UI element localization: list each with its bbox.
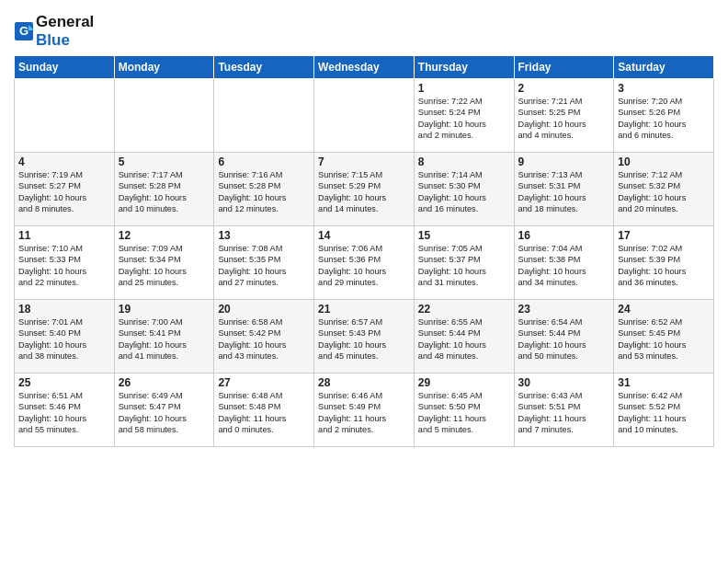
- day-cell-19: 19Sunrise: 7:00 AM Sunset: 5:41 PM Dayli…: [114, 300, 214, 373]
- day-number: 30: [518, 376, 610, 389]
- day-number: 16: [518, 229, 610, 242]
- day-cell-29: 29Sunrise: 6:45 AM Sunset: 5:50 PM Dayli…: [414, 373, 514, 447]
- day-cell-7: 7Sunrise: 7:15 AM Sunset: 5:29 PM Daylig…: [314, 153, 415, 226]
- day-number: 25: [18, 376, 110, 389]
- day-number: 31: [618, 376, 710, 389]
- day-number: 3: [618, 82, 710, 95]
- day-info: Sunrise: 7:09 AM Sunset: 5:34 PM Dayligh…: [119, 243, 210, 289]
- day-info: Sunrise: 7:22 AM Sunset: 5:24 PM Dayligh…: [418, 96, 510, 142]
- day-number: 23: [518, 303, 610, 316]
- header-cell-saturday: Saturday: [614, 56, 714, 79]
- day-number: 2: [518, 82, 610, 95]
- day-cell-15: 15Sunrise: 7:05 AM Sunset: 5:37 PM Dayli…: [414, 226, 514, 300]
- day-number: 5: [119, 155, 210, 168]
- day-info: Sunrise: 7:06 AM Sunset: 5:36 PM Dayligh…: [318, 243, 410, 289]
- header-row: SundayMondayTuesdayWednesdayThursdayFrid…: [15, 56, 714, 79]
- logo-blue: Blue: [36, 31, 70, 49]
- day-cell-23: 23Sunrise: 6:54 AM Sunset: 5:44 PM Dayli…: [514, 300, 614, 373]
- day-info: Sunrise: 7:10 AM Sunset: 5:33 PM Dayligh…: [18, 243, 110, 289]
- day-cell-30: 30Sunrise: 6:43 AM Sunset: 5:51 PM Dayli…: [514, 373, 614, 447]
- day-number: 21: [318, 303, 410, 316]
- day-cell-4: 4Sunrise: 7:19 AM Sunset: 5:27 PM Daylig…: [15, 153, 115, 226]
- day-info: Sunrise: 7:08 AM Sunset: 5:35 PM Dayligh…: [218, 243, 310, 289]
- day-number: 28: [318, 376, 410, 389]
- week-row-2: 4Sunrise: 7:19 AM Sunset: 5:27 PM Daylig…: [15, 153, 714, 226]
- day-info: Sunrise: 6:58 AM Sunset: 5:42 PM Dayligh…: [218, 316, 310, 362]
- day-cell-5: 5Sunrise: 7:17 AM Sunset: 5:28 PM Daylig…: [114, 153, 214, 226]
- day-cell-21: 21Sunrise: 6:57 AM Sunset: 5:43 PM Dayli…: [314, 300, 415, 373]
- day-cell-26: 26Sunrise: 6:49 AM Sunset: 5:47 PM Dayli…: [114, 373, 214, 447]
- logo-icon: G: [14, 21, 34, 41]
- empty-cell: [114, 79, 214, 153]
- svg-text:G: G: [19, 24, 28, 38]
- header-cell-wednesday: Wednesday: [314, 56, 415, 79]
- day-info: Sunrise: 6:54 AM Sunset: 5:44 PM Dayligh…: [518, 316, 610, 362]
- day-cell-13: 13Sunrise: 7:08 AM Sunset: 5:35 PM Dayli…: [214, 226, 314, 300]
- day-cell-22: 22Sunrise: 6:55 AM Sunset: 5:44 PM Dayli…: [414, 300, 514, 373]
- empty-cell: [314, 79, 415, 153]
- day-info: Sunrise: 6:43 AM Sunset: 5:51 PM Dayligh…: [518, 390, 610, 436]
- day-cell-8: 8Sunrise: 7:14 AM Sunset: 5:30 PM Daylig…: [414, 153, 514, 226]
- day-number: 20: [218, 303, 310, 316]
- day-info: Sunrise: 6:45 AM Sunset: 5:50 PM Dayligh…: [418, 390, 510, 436]
- day-cell-2: 2Sunrise: 7:21 AM Sunset: 5:25 PM Daylig…: [514, 79, 614, 153]
- day-cell-3: 3Sunrise: 7:20 AM Sunset: 5:26 PM Daylig…: [614, 79, 714, 153]
- day-number: 1: [418, 82, 510, 95]
- header-cell-tuesday: Tuesday: [214, 56, 314, 79]
- logo-general: General: [36, 13, 94, 30]
- day-info: Sunrise: 6:55 AM Sunset: 5:44 PM Dayligh…: [418, 316, 510, 362]
- day-number: 8: [418, 155, 510, 168]
- day-info: Sunrise: 7:05 AM Sunset: 5:37 PM Dayligh…: [418, 243, 510, 289]
- day-info: Sunrise: 7:04 AM Sunset: 5:38 PM Dayligh…: [518, 243, 610, 289]
- day-cell-18: 18Sunrise: 7:01 AM Sunset: 5:40 PM Dayli…: [15, 300, 115, 373]
- header-cell-friday: Friday: [514, 56, 614, 79]
- day-info: Sunrise: 7:01 AM Sunset: 5:40 PM Dayligh…: [18, 316, 110, 362]
- empty-cell: [214, 79, 314, 153]
- day-cell-20: 20Sunrise: 6:58 AM Sunset: 5:42 PM Dayli…: [214, 300, 314, 373]
- day-number: 7: [318, 155, 410, 168]
- day-info: Sunrise: 7:13 AM Sunset: 5:31 PM Dayligh…: [518, 169, 610, 215]
- day-cell-10: 10Sunrise: 7:12 AM Sunset: 5:32 PM Dayli…: [614, 153, 714, 226]
- empty-cell: [15, 79, 115, 153]
- day-cell-31: 31Sunrise: 6:42 AM Sunset: 5:52 PM Dayli…: [614, 373, 714, 447]
- day-number: 4: [18, 155, 110, 168]
- day-info: Sunrise: 7:12 AM Sunset: 5:32 PM Dayligh…: [618, 169, 710, 215]
- day-cell-27: 27Sunrise: 6:48 AM Sunset: 5:48 PM Dayli…: [214, 373, 314, 447]
- day-number: 15: [418, 229, 510, 242]
- day-cell-6: 6Sunrise: 7:16 AM Sunset: 5:28 PM Daylig…: [214, 153, 314, 226]
- day-number: 22: [418, 303, 510, 316]
- day-info: Sunrise: 7:15 AM Sunset: 5:29 PM Dayligh…: [318, 169, 410, 215]
- day-number: 27: [218, 376, 310, 389]
- day-number: 6: [218, 155, 310, 168]
- day-number: 19: [119, 303, 210, 316]
- day-cell-25: 25Sunrise: 6:51 AM Sunset: 5:46 PM Dayli…: [15, 373, 115, 447]
- day-number: 29: [418, 376, 510, 389]
- day-info: Sunrise: 7:20 AM Sunset: 5:26 PM Dayligh…: [618, 96, 710, 142]
- day-info: Sunrise: 7:00 AM Sunset: 5:41 PM Dayligh…: [119, 316, 210, 362]
- week-row-4: 18Sunrise: 7:01 AM Sunset: 5:40 PM Dayli…: [15, 300, 714, 373]
- day-cell-9: 9Sunrise: 7:13 AM Sunset: 5:31 PM Daylig…: [514, 153, 614, 226]
- day-info: Sunrise: 7:14 AM Sunset: 5:30 PM Dayligh…: [418, 169, 510, 215]
- day-info: Sunrise: 7:19 AM Sunset: 5:27 PM Dayligh…: [18, 169, 110, 215]
- day-info: Sunrise: 7:16 AM Sunset: 5:28 PM Dayligh…: [218, 169, 310, 215]
- calendar-table: SundayMondayTuesdayWednesdayThursdayFrid…: [14, 55, 714, 447]
- day-info: Sunrise: 6:57 AM Sunset: 5:43 PM Dayligh…: [318, 316, 410, 362]
- day-info: Sunrise: 6:49 AM Sunset: 5:47 PM Dayligh…: [119, 390, 210, 436]
- day-cell-11: 11Sunrise: 7:10 AM Sunset: 5:33 PM Dayli…: [15, 226, 115, 300]
- day-number: 24: [618, 303, 710, 316]
- day-number: 10: [618, 155, 710, 168]
- day-number: 9: [518, 155, 610, 168]
- header-cell-monday: Monday: [114, 56, 214, 79]
- day-number: 18: [18, 303, 110, 316]
- day-cell-28: 28Sunrise: 6:46 AM Sunset: 5:49 PM Dayli…: [314, 373, 415, 447]
- logo: G General Blue: [14, 9, 94, 50]
- header-cell-sunday: Sunday: [15, 56, 115, 79]
- day-cell-24: 24Sunrise: 6:52 AM Sunset: 5:45 PM Dayli…: [614, 300, 714, 373]
- day-info: Sunrise: 6:51 AM Sunset: 5:46 PM Dayligh…: [18, 390, 110, 436]
- day-number: 11: [18, 229, 110, 242]
- day-info: Sunrise: 7:02 AM Sunset: 5:39 PM Dayligh…: [618, 243, 710, 289]
- day-cell-17: 17Sunrise: 7:02 AM Sunset: 5:39 PM Dayli…: [614, 226, 714, 300]
- day-info: Sunrise: 7:21 AM Sunset: 5:25 PM Dayligh…: [518, 96, 610, 142]
- week-row-1: 1Sunrise: 7:22 AM Sunset: 5:24 PM Daylig…: [15, 79, 714, 153]
- header: G General Blue: [14, 9, 714, 50]
